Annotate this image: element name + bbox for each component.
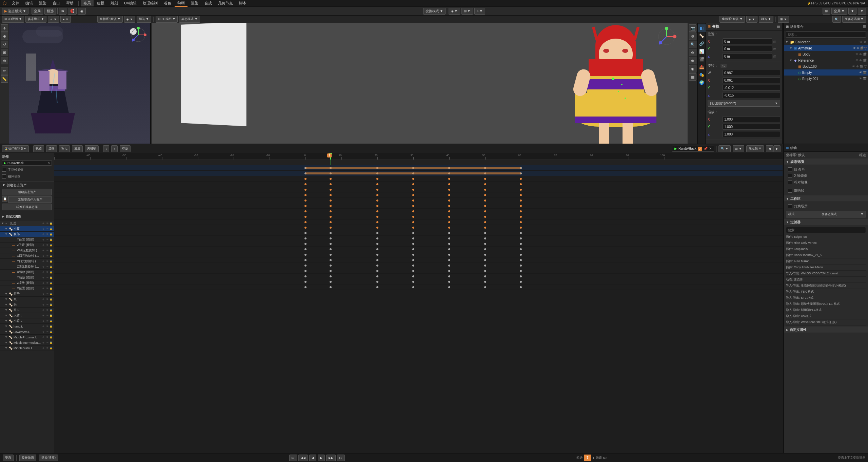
keyframe-dot[interactable] bbox=[520, 275, 522, 277]
keyframe-dot[interactable] bbox=[448, 183, 450, 185]
play-back-btn[interactable]: ◀ bbox=[309, 455, 316, 461]
props-menu-icon[interactable]: ☰ bbox=[777, 24, 780, 29]
track-ctrl-btn[interactable]: 👁 bbox=[45, 347, 49, 350]
play-btn[interactable]: ▶ bbox=[318, 455, 325, 461]
tree-toggle-reference[interactable]: ▼ bbox=[789, 59, 793, 62]
keyframe-track-row[interactable] bbox=[54, 236, 783, 241]
keyframe-dot[interactable] bbox=[330, 248, 332, 250]
track-toggle[interactable]: ▼ bbox=[5, 298, 8, 301]
view-settings[interactable]: ⚙ bbox=[689, 33, 696, 40]
tree-toggle-armature[interactable]: ▼ bbox=[789, 46, 793, 50]
track-ctrl-btn[interactable]: 👁 bbox=[45, 325, 49, 328]
tool-move[interactable]: ⊕ bbox=[1, 33, 8, 40]
track-ctrl-btn[interactable]: ⊕ bbox=[42, 276, 45, 279]
ws-model[interactable]: 建模 bbox=[94, 0, 107, 6]
addon-item[interactable]: 导入-导出: Web3D X3D/VRML2 format bbox=[786, 271, 866, 277]
ws-shading[interactable]: 着色 bbox=[161, 0, 174, 6]
tree-armature[interactable]: ▼ ⊞ Armature 👁 ⊕ 🎬 ▽ bbox=[784, 45, 868, 51]
track-ctrl-btn[interactable]: ⊕ bbox=[42, 303, 45, 306]
tree-body160[interactable]: ▦ Body.160 👁 ⊕ 🎬 ▽ bbox=[784, 63, 868, 69]
track-label-row[interactable]: ▼🦴小臂.L⊕👁🔒 bbox=[0, 318, 54, 324]
keyframe-dot[interactable] bbox=[304, 237, 307, 239]
keyframe-track-row[interactable] bbox=[54, 274, 783, 279]
track-ctrl-btn[interactable]: 🔒 bbox=[49, 341, 53, 344]
keyframe-dot[interactable] bbox=[412, 259, 414, 261]
tl-select[interactable]: 选择 bbox=[46, 145, 57, 152]
keyframe-dot[interactable] bbox=[376, 205, 378, 207]
keyframe-track-row[interactable] bbox=[54, 257, 783, 263]
keyframe-track-row[interactable] bbox=[54, 241, 783, 247]
filter-section[interactable]: ▼ 过滤器 bbox=[784, 219, 868, 225]
keyframe-dot[interactable] bbox=[448, 237, 450, 239]
addon-search[interactable] bbox=[786, 227, 866, 233]
track-ctrl-btn[interactable]: 🔒 bbox=[49, 287, 53, 290]
keyframe-dot[interactable] bbox=[412, 183, 414, 185]
track-ctrl-btn[interactable]: 🔒 bbox=[49, 331, 53, 333]
track-ctrl-btn[interactable]: 🔒 bbox=[49, 260, 53, 263]
rotate-mode-btn[interactable]: 旋转微面 bbox=[19, 455, 36, 461]
keyframe-dot[interactable] bbox=[448, 221, 450, 223]
track-ctrl-btn[interactable]: ⊕ bbox=[42, 282, 45, 285]
copy-asset-icon[interactable]: 📋 bbox=[2, 196, 7, 202]
empty-render-icon[interactable]: 🎬 bbox=[863, 71, 867, 74]
track-ctrl-btn[interactable]: ⊕ bbox=[42, 314, 45, 317]
work-area-section[interactable]: ▼ 工作区 bbox=[784, 196, 868, 202]
keyframe-dot[interactable] bbox=[376, 183, 378, 185]
keyframe-dot[interactable] bbox=[376, 210, 378, 212]
keyframe-dot[interactable] bbox=[376, 200, 378, 202]
keyframe-dot[interactable] bbox=[520, 205, 522, 207]
keyframe-dot[interactable] bbox=[330, 221, 332, 223]
tree-empty[interactable]: ◇ Empty 👁 🎬 bbox=[784, 69, 868, 76]
keyframe-dot[interactable] bbox=[520, 183, 522, 185]
track-toggle[interactable]: ▼ bbox=[5, 341, 8, 344]
track-label-row[interactable]: ▼🦴躯干⊕👁🔒 bbox=[0, 291, 54, 297]
track-toggle[interactable]: ▼ bbox=[5, 233, 8, 236]
keyframe-dot[interactable] bbox=[304, 286, 307, 288]
track-ctrl-btn[interactable]: ⊕ bbox=[42, 325, 45, 328]
full-screen-btn[interactable]: ⊞ bbox=[823, 8, 830, 15]
viewport-mode-left[interactable]: 姿态模式 ▼ bbox=[25, 16, 46, 23]
pose-mode-btn[interactable]: 变姿态选项 ▼ bbox=[842, 16, 866, 23]
auto-ik-checkbox[interactable] bbox=[788, 167, 792, 171]
keyframe-dot[interactable] bbox=[484, 189, 486, 191]
keyframe-dot[interactable] bbox=[484, 265, 486, 267]
tree-body[interactable]: ▶ ▦ Body 👁 ⊕ 🎬 bbox=[784, 51, 868, 57]
keyframe-dot[interactable] bbox=[304, 259, 307, 261]
menu-file[interactable]: 文件 bbox=[9, 0, 22, 6]
track-ctrl-btn[interactable]: ⊕ bbox=[42, 260, 45, 263]
track-label-row[interactable]: ▼🦴肩.L⊕👁🔒 bbox=[0, 308, 54, 313]
keyframe-track-row[interactable] bbox=[54, 285, 783, 290]
keyframe-dot[interactable] bbox=[520, 259, 522, 261]
keyframe-dot[interactable] bbox=[412, 216, 414, 218]
tl-channel[interactable]: 通道 bbox=[72, 145, 83, 152]
tl-nearest[interactable]: 最近帧 ▼ bbox=[746, 145, 764, 152]
track-ctrl-btn[interactable]: 👁 bbox=[45, 222, 49, 225]
tool-rotate[interactable]: ↺ bbox=[1, 41, 8, 48]
keyframe-track-row[interactable] bbox=[54, 225, 783, 230]
keyframe-dot[interactable] bbox=[448, 281, 450, 283]
keyframe-dot[interactable] bbox=[304, 210, 307, 212]
armature-render-icon[interactable]: 🎬 bbox=[860, 46, 864, 50]
keyframe-dot[interactable] bbox=[330, 183, 332, 185]
keyframe-dot[interactable] bbox=[376, 194, 378, 196]
empty-vis-icon[interactable]: 👁 bbox=[859, 71, 862, 74]
keyframe-dot[interactable] bbox=[376, 237, 378, 239]
track-label-row[interactable]: —Y缩放 (腹部)⊕👁🔒 bbox=[0, 275, 54, 280]
keyframe-dot[interactable] bbox=[304, 216, 307, 218]
keyframe-dot[interactable] bbox=[520, 216, 522, 218]
influence-checkbox[interactable] bbox=[788, 189, 792, 193]
track-toggle[interactable]: ▼ bbox=[5, 314, 8, 317]
ws-uv[interactable]: UV编辑 bbox=[121, 0, 139, 6]
tool-cursor[interactable]: ✛ bbox=[1, 24, 8, 32]
keyframe-dot[interactable] bbox=[484, 194, 486, 196]
keyframe-dot[interactable] bbox=[412, 200, 414, 202]
props-icon-data[interactable]: 📊 bbox=[698, 48, 706, 55]
keyframe-dot[interactable] bbox=[330, 265, 332, 267]
keyframe-dot[interactable] bbox=[448, 232, 450, 234]
keyframe-dot[interactable] bbox=[330, 205, 332, 207]
keyframe-track-row[interactable] bbox=[54, 187, 783, 192]
keyframe-dot[interactable] bbox=[376, 227, 378, 229]
keyframe-dot[interactable] bbox=[448, 189, 450, 191]
props-icon-constraint[interactable]: 🔗 bbox=[698, 40, 706, 47]
track-ctrl-btn[interactable]: 🔒 bbox=[49, 249, 53, 252]
